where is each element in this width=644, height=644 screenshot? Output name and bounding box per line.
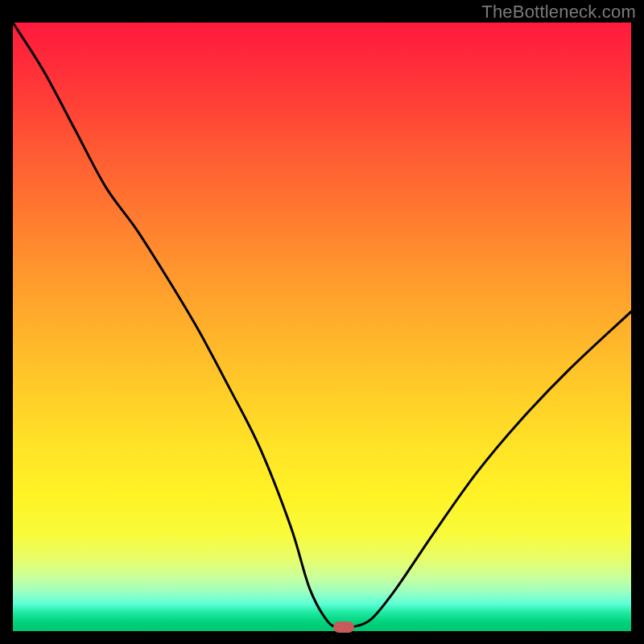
minimum-marker	[333, 621, 354, 633]
watermark-text: TheBottleneck.com	[481, 2, 636, 23]
plot-area	[13, 23, 631, 631]
bottleneck-curve	[13, 23, 631, 631]
chart-frame: TheBottleneck.com	[0, 0, 644, 644]
